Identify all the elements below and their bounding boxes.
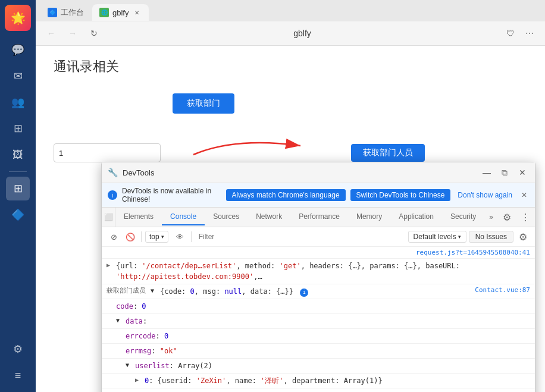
console-output[interactable]: request.js?t=1645945508040:41 ▶ {url: '/…	[102, 247, 535, 392]
console-line: ▼ data:	[102, 314, 535, 329]
tab-network[interactable]: Network	[248, 209, 290, 225]
contact-link[interactable]: Contact.vue:87	[475, 286, 530, 294]
sidebar-item-gallery[interactable]: 🖼	[6, 143, 30, 167]
shield-icon: 🛡	[502, 25, 519, 42]
collapse-arrow-icon[interactable]: ▼	[151, 287, 158, 294]
filter-input[interactable]	[195, 231, 406, 242]
console-text: errcode: 0	[126, 331, 530, 341]
sidebar-item-org[interactable]: 🔷	[6, 203, 30, 227]
notification-close-button[interactable]: ✕	[519, 190, 529, 200]
address-bar: ← → ↻ gblfy 🛡 ⋯	[36, 21, 545, 45]
console-settings-icon[interactable]: ⚙	[516, 230, 530, 244]
reload-button[interactable]: ↻	[86, 25, 102, 42]
sidebar-item-sliders[interactable]: ⚙	[6, 337, 30, 361]
tab-elements[interactable]: Elements	[115, 209, 162, 225]
collapse-arrow-icon[interactable]: ▶	[107, 262, 114, 268]
console-text: data:	[126, 316, 530, 327]
tab-security[interactable]: Security	[442, 209, 484, 225]
switch-to-chinese-button[interactable]: Switch DevTools to Chinese	[350, 189, 451, 201]
dept-id-input[interactable]	[54, 143, 161, 162]
more-options-button[interactable]: ⋯	[521, 25, 538, 42]
sidebar-item-contacts[interactable]: 👥	[6, 90, 30, 114]
browser-chrome: 🔷 工作台 🌐 gblfy ✕ ← → ↻ gblfy 🛡 ⋯	[36, 0, 545, 46]
main-area: 🔷 工作台 🌐 gblfy ✕ ← → ↻ gblfy 🛡 ⋯ 通讯录相关 获取…	[36, 0, 545, 392]
console-text: {url: '/contact/dep…serList', method: 'g…	[116, 261, 530, 282]
console-text: {code: 0, msg: null, data: {…}} i	[160, 286, 472, 297]
inspect-element-button[interactable]: ⬜	[102, 208, 115, 227]
devtools-tabs: ⬜ Elements Console Sources Network Perfo…	[102, 208, 535, 227]
console-text: code: 0	[116, 301, 530, 312]
sidebar-item-apps[interactable]: ⊞	[6, 117, 30, 140]
eye-icon[interactable]: 👁	[173, 230, 187, 244]
console-line: ▶ 1: {userid: 'lifei', name: '李飞', depar…	[102, 388, 535, 392]
sidebar-item-modules[interactable]: ⊞	[6, 177, 30, 200]
context-dropdown-icon: ▾	[161, 234, 164, 240]
no-issues-button[interactable]: No Issues	[469, 231, 513, 243]
default-levels-button[interactable]: Default levels ▾	[408, 231, 466, 243]
settings-gear-icon[interactable]: ⚙	[498, 208, 516, 227]
collapse-arrow-icon[interactable]: ▶	[135, 377, 142, 383]
sidebar-logo: 🌟	[5, 5, 31, 31]
get-dept-button[interactable]: 获取部门	[173, 93, 234, 114]
collapse-arrow-icon[interactable]: ▼	[116, 317, 123, 324]
get-member-button[interactable]: 获取部门人员	[351, 144, 425, 162]
chevron-down-icon: ▾	[458, 234, 461, 240]
always-match-button[interactable]: Always match Chrome's language	[226, 189, 346, 201]
devtools-notification: i DevTools is now available in Chinese! …	[102, 183, 535, 208]
dont-show-again-button[interactable]: Don't show again	[455, 191, 515, 199]
sidebar-item-mail[interactable]: ✉	[6, 64, 30, 88]
tab-gblfy-label: gblfy	[112, 8, 129, 17]
page-title: 通讯录相关	[54, 58, 527, 76]
info-bubble[interactable]: i	[300, 288, 308, 297]
tab-workbench[interactable]: 🔷 工作台	[40, 4, 91, 21]
tab-performance[interactable]: Performance	[290, 209, 348, 225]
console-line: request.js?t=1645945508040:41	[102, 247, 535, 259]
info-icon: i	[108, 190, 117, 200]
tab-bar: 🔷 工作台 🌐 gblfy ✕	[36, 0, 545, 21]
tab-gblfy-icon: 🌐	[99, 8, 109, 17]
browser-actions: 🛡 ⋯	[502, 25, 538, 42]
input-row: 获取部门人员	[54, 143, 527, 162]
tab-application[interactable]: Application	[390, 209, 442, 225]
console-line: errmsg: "ok"	[102, 344, 535, 359]
devtools-title: DevTools	[123, 168, 475, 177]
console-line: code: 0	[102, 299, 535, 314]
more-options-icon[interactable]: ⋮	[516, 208, 535, 227]
more-tabs-button[interactable]: »	[484, 209, 498, 225]
page-content: 通讯录相关 获取部门 获取部门人员 🔧 DevTools	[36, 46, 545, 392]
tab-memory[interactable]: Memory	[348, 209, 390, 225]
tab-sources[interactable]: Sources	[205, 209, 248, 225]
console-text: userlist: Array(2)	[135, 360, 530, 371]
tab-console[interactable]: Console	[162, 209, 205, 225]
console-line: errcode: 0	[102, 329, 535, 344]
forward-button[interactable]: →	[64, 25, 81, 42]
collapse-arrow-icon[interactable]: ▼	[126, 362, 133, 368]
console-text: 0: {userid: 'ZeXin', name: '泽昕', departm…	[145, 375, 530, 386]
console-line: ▼ userlist: Array(2)	[102, 359, 535, 374]
console-line: ▶ {url: '/contact/dep…serList', method: …	[102, 259, 535, 284]
notification-text: DevTools is now available in Chinese!	[122, 187, 221, 203]
restore-button[interactable]: ⧉	[498, 166, 511, 179]
toolbar-separator-1	[141, 231, 142, 242]
url-bar: gblfy	[107, 29, 497, 38]
tab-close-button[interactable]: ✕	[132, 8, 142, 17]
sidebar-divider	[9, 171, 27, 172]
sidebar: 🌟 💬 ✉ 👥 ⊞ 🖼 ⊞ 🔷 ⚙ ≡	[0, 0, 36, 392]
minimize-button[interactable]: —	[480, 166, 493, 179]
sidebar-item-menu[interactable]: ≡	[6, 363, 30, 387]
devtools-window: 🔧 DevTools — ⧉ ✕ i DevTools is now avail…	[101, 162, 535, 392]
tab-gblfy[interactable]: 🌐 gblfy ✕	[92, 4, 149, 21]
default-levels-label: Default levels	[414, 233, 456, 241]
sidebar-item-messages[interactable]: 💬	[6, 38, 30, 62]
context-selector[interactable]: top ▾	[145, 231, 168, 243]
red-arrow	[187, 134, 306, 158]
devtools-titlebar: 🔧 DevTools — ⧉ ✕	[102, 162, 535, 183]
console-label: 获取部门成员	[107, 286, 146, 295]
close-button[interactable]: ✕	[516, 166, 529, 179]
back-button[interactable]: ←	[43, 25, 59, 42]
devtools-toolbar: ⊘ 🚫 top ▾ 👁 Default levels ▾ No Issues ⚙	[102, 227, 535, 247]
clear-console-button[interactable]: ⊘	[107, 230, 121, 244]
tab-workbench-label: 工作台	[61, 7, 84, 18]
request-link[interactable]: request.js?t=1645945508040:41	[416, 249, 530, 256]
filter-toggle-button[interactable]: 🚫	[123, 230, 137, 244]
